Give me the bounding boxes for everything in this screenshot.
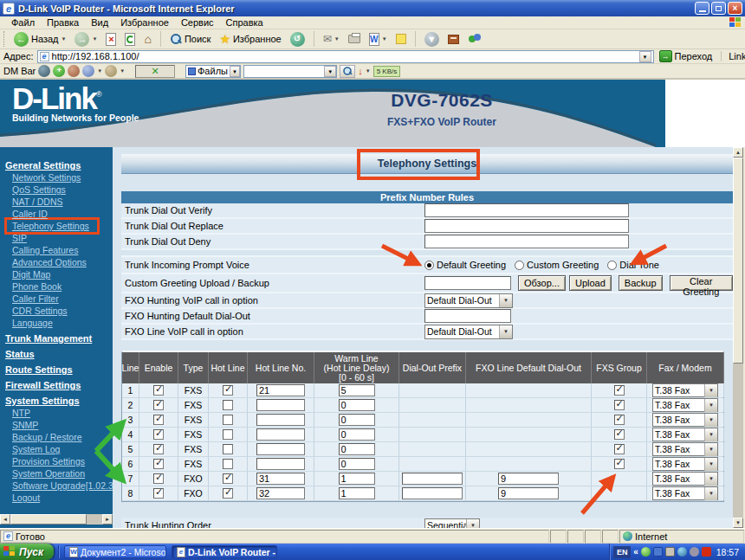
enable-checkbox[interactable]: ✓ xyxy=(153,488,164,499)
hot-line-checkbox[interactable] xyxy=(223,429,233,440)
favorites-button[interactable]: ★ Избранное xyxy=(216,31,284,47)
print-button[interactable] xyxy=(345,34,364,44)
hot-line-checkbox[interactable]: ✓ xyxy=(223,473,233,484)
hot-line-no-input[interactable] xyxy=(256,428,305,441)
scrollbar-thumb[interactable] xyxy=(10,514,87,525)
enable-checkbox[interactable]: ✓ xyxy=(153,385,164,396)
dm-home-icon[interactable] xyxy=(82,65,94,77)
hot-line-checkbox[interactable]: ✓ xyxy=(223,488,233,499)
fxs-group-checkbox[interactable]: ✓ xyxy=(614,415,625,425)
select-arrow-icon[interactable]: ▼ xyxy=(704,458,717,471)
sidebar-item[interactable]: Caller Filter xyxy=(7,293,97,305)
fxs-group-checkbox[interactable]: ✓ xyxy=(614,429,625,440)
file-path-input[interactable] xyxy=(424,276,511,290)
dm-home-dropdown-icon[interactable]: ▼ xyxy=(97,68,102,74)
warm-line-input[interactable] xyxy=(339,399,375,411)
select-arrow-icon[interactable]: ▼ xyxy=(704,399,717,412)
research-button[interactable] xyxy=(444,34,463,45)
select-arrow-icon[interactable]: ▼ xyxy=(466,519,479,529)
fxs-group-checkbox[interactable]: ✓ xyxy=(614,385,625,396)
radio-icon[interactable] xyxy=(607,261,617,270)
address-input[interactable]: e http://192.168.1.100/ ▼ xyxy=(37,50,654,63)
radio-icon[interactable] xyxy=(424,261,434,270)
sidebar-section[interactable]: System Settings xyxy=(5,395,97,407)
links-label[interactable]: Links xyxy=(721,51,745,61)
call-tray-icon[interactable] xyxy=(702,547,711,557)
fxo-default-dial-out-input[interactable] xyxy=(498,487,559,499)
back-dropdown-icon[interactable]: ▼ xyxy=(62,36,67,42)
sidebar-item[interactable]: Digit Map xyxy=(7,268,97,280)
hot-line-checkbox[interactable]: ✓ xyxy=(223,385,233,396)
dm-files-dropdown-icon[interactable]: ▼ xyxy=(230,66,240,77)
form-button[interactable]: Clear Greeting xyxy=(670,275,733,291)
scroll-up-icon[interactable]: ▲ xyxy=(733,147,743,158)
tray-chevron-icon[interactable]: « xyxy=(633,547,638,557)
fax-modem-select[interactable]: T.38 Fax▼ xyxy=(652,398,718,412)
warm-line-input[interactable] xyxy=(339,443,375,455)
download-tool-button[interactable]: ▼ xyxy=(421,31,443,48)
history-button[interactable]: ↺ xyxy=(287,31,308,48)
sidebar-horizontal-scrollbar[interactable]: ◄ ► xyxy=(0,514,113,525)
keyboard-tray-icon[interactable] xyxy=(665,547,675,557)
form-button[interactable]: Обзор... xyxy=(518,275,566,291)
dm-folder-dropdown-icon[interactable]: ▼ xyxy=(120,68,125,74)
update-tray-icon[interactable] xyxy=(677,547,687,557)
hot-line-no-input[interactable] xyxy=(256,414,305,426)
select-arrow-icon[interactable]: ▼ xyxy=(499,294,512,307)
dial-out-prefix-input[interactable] xyxy=(402,487,463,499)
sidebar-item[interactable]: QoS Settings xyxy=(7,183,97,196)
sidebar-item[interactable]: Advanced Options xyxy=(7,256,97,268)
hot-line-no-input[interactable] xyxy=(256,487,305,499)
warm-line-input[interactable] xyxy=(339,384,375,396)
sidebar-item[interactable]: Provision Settings xyxy=(7,455,97,467)
menu-item[interactable]: Правка xyxy=(41,17,85,28)
dm-download-icon[interactable]: ↓ xyxy=(358,66,363,76)
hot-line-checkbox[interactable] xyxy=(223,459,233,469)
close-button[interactable]: × xyxy=(728,2,742,15)
menu-item[interactable]: Вид xyxy=(85,17,114,28)
dm-search-dropdown-icon[interactable]: ▼ xyxy=(324,66,336,77)
enable-checkbox[interactable]: ✓ xyxy=(153,444,164,454)
edit-word-button[interactable]: W ▼ xyxy=(366,32,391,47)
sidebar-section[interactable]: General Settings xyxy=(5,159,97,171)
select-arrow-icon[interactable]: ▼ xyxy=(704,428,717,441)
sidebar-item[interactable]: CDR Settings xyxy=(7,305,97,317)
back-button[interactable]: ← Назад ▼ xyxy=(10,31,69,48)
dropdown-select[interactable]: Default Dial-Out▼ xyxy=(424,293,513,308)
fax-modem-select[interactable]: T.38 Fax▼ xyxy=(652,428,718,441)
icq-tray-icon[interactable] xyxy=(641,547,651,557)
menu-item[interactable]: Избранное xyxy=(114,17,175,28)
enable-checkbox[interactable]: ✓ xyxy=(153,400,164,410)
menu-item[interactable]: Сервис xyxy=(175,17,220,28)
warm-line-input[interactable] xyxy=(339,458,375,470)
mail-dropdown-icon[interactable]: ▼ xyxy=(334,36,340,42)
network-tray-icon[interactable] xyxy=(653,547,663,557)
radio-option[interactable]: Dial Tone xyxy=(607,260,659,270)
scroll-right-icon[interactable]: ► xyxy=(102,514,113,525)
select-arrow-icon[interactable]: ▼ xyxy=(704,487,717,500)
sidebar-section[interactable]: Trunk Management xyxy=(5,332,97,344)
enable-checkbox[interactable]: ✓ xyxy=(153,459,164,469)
scroll-down-icon[interactable]: ▼ xyxy=(733,518,743,528)
dm-add-icon[interactable]: + xyxy=(53,65,65,77)
fax-modem-select[interactable]: T.38 Fax▼ xyxy=(652,383,718,397)
scrollbar-thumb[interactable] xyxy=(733,158,743,364)
minimize-button[interactable] xyxy=(695,2,709,15)
menu-item[interactable]: Файл xyxy=(5,17,41,28)
text-input[interactable] xyxy=(424,219,629,233)
language-indicator[interactable]: EN xyxy=(613,546,631,558)
enable-checkbox[interactable]: ✓ xyxy=(153,429,164,440)
warm-line-input[interactable] xyxy=(339,487,375,499)
warm-line-input[interactable] xyxy=(339,428,375,441)
sidebar-item[interactable]: Language xyxy=(7,317,97,329)
volume-tray-icon[interactable] xyxy=(690,547,699,557)
hot-line-no-input[interactable] xyxy=(256,458,305,470)
sidebar-item[interactable]: Phone Book xyxy=(7,280,97,293)
sidebar-item[interactable]: System Operation xyxy=(7,467,97,480)
sidebar-item[interactable]: Calling Features xyxy=(7,244,97,256)
sidebar-section[interactable]: Firewall Settings xyxy=(5,379,97,391)
sidebar-item[interactable]: Telephony Settings xyxy=(7,220,97,232)
fax-modem-select[interactable]: T.38 Fax▼ xyxy=(652,472,718,486)
hot-line-no-input[interactable] xyxy=(256,443,305,455)
search-button[interactable]: Поиск xyxy=(166,32,214,46)
